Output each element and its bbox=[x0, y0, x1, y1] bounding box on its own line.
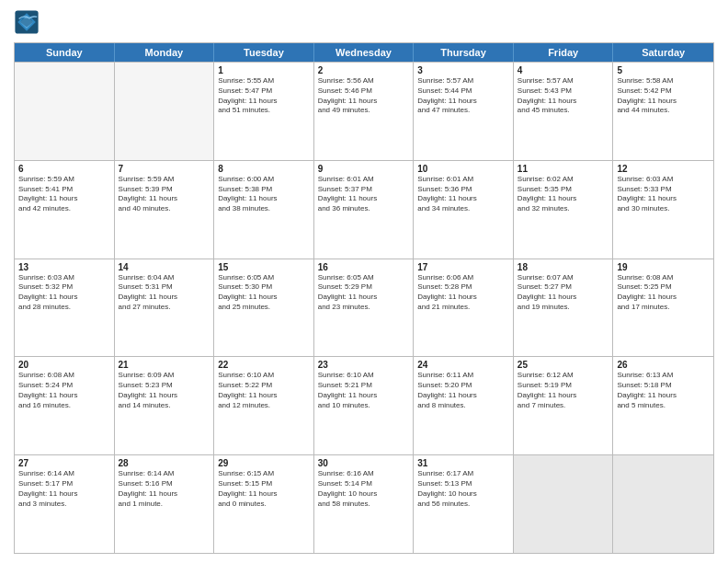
day-number: 9 bbox=[318, 164, 410, 174]
day-number: 8 bbox=[218, 164, 310, 174]
day-number: 16 bbox=[318, 262, 410, 272]
calendar-cell-day-31: 31Sunrise: 6:17 AM Sunset: 5:13 PM Dayli… bbox=[414, 455, 514, 553]
day-number: 28 bbox=[119, 458, 210, 468]
day-number: 14 bbox=[119, 262, 210, 272]
cell-info: Sunrise: 6:17 AM Sunset: 5:13 PM Dayligh… bbox=[417, 469, 509, 509]
day-number: 3 bbox=[417, 65, 509, 75]
day-number: 21 bbox=[119, 360, 210, 370]
weekday-header-monday: Monday bbox=[115, 43, 215, 62]
cell-info: Sunrise: 6:07 AM Sunset: 5:27 PM Dayligh… bbox=[518, 273, 609, 313]
calendar-cell-day-17: 17Sunrise: 6:06 AM Sunset: 5:28 PM Dayli… bbox=[414, 259, 514, 357]
day-number: 27 bbox=[18, 458, 110, 468]
day-number: 13 bbox=[18, 262, 110, 272]
cell-info: Sunrise: 6:05 AM Sunset: 5:30 PM Dayligh… bbox=[218, 273, 310, 313]
cell-info: Sunrise: 6:03 AM Sunset: 5:33 PM Dayligh… bbox=[617, 175, 710, 214]
header bbox=[14, 9, 714, 35]
cell-info: Sunrise: 6:00 AM Sunset: 5:38 PM Dayligh… bbox=[218, 175, 310, 214]
calendar-cell-day-1: 1Sunrise: 5:55 AM Sunset: 5:47 PM Daylig… bbox=[214, 63, 314, 160]
calendar-cell-day-30: 30Sunrise: 6:16 AM Sunset: 5:14 PM Dayli… bbox=[314, 455, 415, 553]
day-number: 11 bbox=[518, 164, 609, 174]
calendar-row-4: 27Sunrise: 6:14 AM Sunset: 5:17 PM Dayli… bbox=[15, 454, 713, 553]
day-number: 26 bbox=[617, 360, 710, 370]
calendar-cell-day-11: 11Sunrise: 6:02 AM Sunset: 5:35 PM Dayli… bbox=[514, 161, 614, 259]
day-number: 15 bbox=[218, 262, 310, 272]
day-number: 10 bbox=[417, 164, 509, 174]
calendar-cell-day-4: 4Sunrise: 5:57 AM Sunset: 5:43 PM Daylig… bbox=[514, 63, 614, 160]
day-number: 17 bbox=[417, 262, 509, 272]
weekday-header-thursday: Thursday bbox=[414, 43, 514, 62]
calendar-cell-empty bbox=[15, 63, 115, 160]
calendar-cell-day-10: 10Sunrise: 6:01 AM Sunset: 5:36 PM Dayli… bbox=[414, 161, 514, 259]
cell-info: Sunrise: 5:59 AM Sunset: 5:39 PM Dayligh… bbox=[119, 175, 210, 214]
day-number: 23 bbox=[318, 360, 410, 370]
cell-info: Sunrise: 5:58 AM Sunset: 5:42 PM Dayligh… bbox=[617, 76, 710, 116]
calendar-cell-empty bbox=[514, 455, 614, 553]
calendar-cell-day-2: 2Sunrise: 5:56 AM Sunset: 5:46 PM Daylig… bbox=[314, 63, 415, 160]
cell-info: Sunrise: 5:59 AM Sunset: 5:41 PM Dayligh… bbox=[18, 175, 110, 214]
day-number: 18 bbox=[518, 262, 609, 272]
logo bbox=[14, 9, 43, 35]
day-number: 4 bbox=[518, 65, 609, 75]
calendar-cell-empty bbox=[115, 63, 215, 160]
weekday-header-wednesday: Wednesday bbox=[314, 43, 415, 62]
calendar-cell-day-22: 22Sunrise: 6:10 AM Sunset: 5:22 PM Dayli… bbox=[214, 357, 314, 454]
cell-info: Sunrise: 5:55 AM Sunset: 5:47 PM Dayligh… bbox=[218, 76, 310, 116]
cell-info: Sunrise: 6:01 AM Sunset: 5:37 PM Dayligh… bbox=[318, 175, 410, 214]
calendar-cell-day-5: 5Sunrise: 5:58 AM Sunset: 5:42 PM Daylig… bbox=[613, 63, 713, 160]
weekday-header-tuesday: Tuesday bbox=[214, 43, 314, 62]
cell-info: Sunrise: 6:01 AM Sunset: 5:36 PM Dayligh… bbox=[417, 175, 509, 214]
day-number: 29 bbox=[218, 458, 310, 468]
cell-info: Sunrise: 6:13 AM Sunset: 5:18 PM Dayligh… bbox=[617, 371, 710, 410]
cell-info: Sunrise: 6:14 AM Sunset: 5:16 PM Dayligh… bbox=[119, 469, 210, 509]
weekday-header-friday: Friday bbox=[514, 43, 614, 62]
weekday-header-saturday: Saturday bbox=[613, 43, 713, 62]
day-number: 5 bbox=[617, 65, 710, 75]
day-number: 31 bbox=[417, 458, 509, 468]
cell-info: Sunrise: 5:57 AM Sunset: 5:43 PM Dayligh… bbox=[518, 76, 609, 116]
cell-info: Sunrise: 6:08 AM Sunset: 5:24 PM Dayligh… bbox=[18, 371, 110, 410]
calendar-cell-day-24: 24Sunrise: 6:11 AM Sunset: 5:20 PM Dayli… bbox=[414, 357, 514, 454]
calendar-cell-day-13: 13Sunrise: 6:03 AM Sunset: 5:32 PM Dayli… bbox=[15, 259, 115, 357]
day-number: 6 bbox=[18, 164, 110, 174]
cell-info: Sunrise: 6:16 AM Sunset: 5:14 PM Dayligh… bbox=[318, 469, 410, 509]
calendar-cell-day-12: 12Sunrise: 6:03 AM Sunset: 5:33 PM Dayli… bbox=[613, 161, 713, 259]
cell-info: Sunrise: 6:02 AM Sunset: 5:35 PM Dayligh… bbox=[518, 175, 609, 214]
cell-info: Sunrise: 5:56 AM Sunset: 5:46 PM Dayligh… bbox=[318, 76, 410, 116]
cell-info: Sunrise: 6:10 AM Sunset: 5:22 PM Dayligh… bbox=[218, 371, 310, 410]
calendar-cell-day-3: 3Sunrise: 5:57 AM Sunset: 5:44 PM Daylig… bbox=[414, 63, 514, 160]
logo-icon bbox=[14, 9, 40, 35]
day-number: 7 bbox=[119, 164, 210, 174]
day-number: 30 bbox=[318, 458, 410, 468]
cell-info: Sunrise: 6:04 AM Sunset: 5:31 PM Dayligh… bbox=[119, 273, 210, 313]
calendar-cell-empty bbox=[613, 455, 713, 553]
calendar-cell-day-19: 19Sunrise: 6:08 AM Sunset: 5:25 PM Dayli… bbox=[613, 259, 713, 357]
day-number: 2 bbox=[318, 65, 410, 75]
calendar: SundayMondayTuesdayWednesdayThursdayFrid… bbox=[14, 42, 714, 554]
calendar-cell-day-29: 29Sunrise: 6:15 AM Sunset: 5:15 PM Dayli… bbox=[214, 455, 314, 553]
calendar-header: SundayMondayTuesdayWednesdayThursdayFrid… bbox=[15, 43, 713, 62]
cell-info: Sunrise: 6:15 AM Sunset: 5:15 PM Dayligh… bbox=[218, 469, 310, 509]
calendar-cell-day-16: 16Sunrise: 6:05 AM Sunset: 5:29 PM Dayli… bbox=[314, 259, 415, 357]
calendar-body: 1Sunrise: 5:55 AM Sunset: 5:47 PM Daylig… bbox=[15, 62, 713, 553]
cell-info: Sunrise: 5:57 AM Sunset: 5:44 PM Dayligh… bbox=[417, 76, 509, 116]
calendar-cell-day-21: 21Sunrise: 6:09 AM Sunset: 5:23 PM Dayli… bbox=[115, 357, 215, 454]
calendar-cell-day-18: 18Sunrise: 6:07 AM Sunset: 5:27 PM Dayli… bbox=[514, 259, 614, 357]
calendar-cell-day-25: 25Sunrise: 6:12 AM Sunset: 5:19 PM Dayli… bbox=[514, 357, 614, 454]
calendar-row-1: 6Sunrise: 5:59 AM Sunset: 5:41 PM Daylig… bbox=[15, 160, 713, 259]
cell-info: Sunrise: 6:06 AM Sunset: 5:28 PM Dayligh… bbox=[417, 273, 509, 313]
day-number: 20 bbox=[18, 360, 110, 370]
calendar-cell-day-28: 28Sunrise: 6:14 AM Sunset: 5:16 PM Dayli… bbox=[115, 455, 215, 553]
calendar-row-0: 1Sunrise: 5:55 AM Sunset: 5:47 PM Daylig… bbox=[15, 62, 713, 160]
calendar-cell-day-6: 6Sunrise: 5:59 AM Sunset: 5:41 PM Daylig… bbox=[15, 161, 115, 259]
calendar-row-2: 13Sunrise: 6:03 AM Sunset: 5:32 PM Dayli… bbox=[15, 259, 713, 357]
cell-info: Sunrise: 6:11 AM Sunset: 5:20 PM Dayligh… bbox=[417, 371, 509, 410]
cell-info: Sunrise: 6:12 AM Sunset: 5:19 PM Dayligh… bbox=[518, 371, 609, 410]
day-number: 12 bbox=[617, 164, 710, 174]
day-number: 24 bbox=[417, 360, 509, 370]
cell-info: Sunrise: 6:09 AM Sunset: 5:23 PM Dayligh… bbox=[119, 371, 210, 410]
weekday-header-sunday: Sunday bbox=[15, 43, 115, 62]
cell-info: Sunrise: 6:10 AM Sunset: 5:21 PM Dayligh… bbox=[318, 371, 410, 410]
calendar-cell-day-27: 27Sunrise: 6:14 AM Sunset: 5:17 PM Dayli… bbox=[15, 455, 115, 553]
calendar-cell-day-26: 26Sunrise: 6:13 AM Sunset: 5:18 PM Dayli… bbox=[613, 357, 713, 454]
day-number: 22 bbox=[218, 360, 310, 370]
